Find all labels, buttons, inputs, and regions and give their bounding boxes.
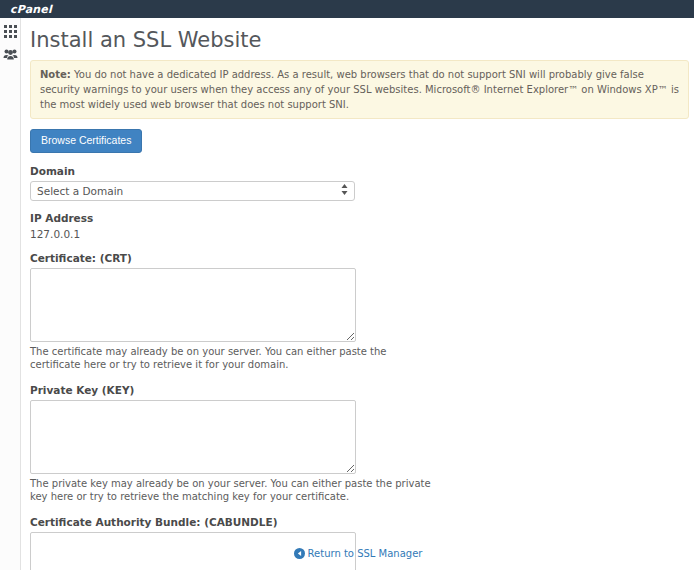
- domain-select-value: Select a Domain: [37, 185, 123, 197]
- apps-grid-icon[interactable]: [3, 24, 18, 39]
- notice-label: Note:: [40, 69, 71, 80]
- certificate-help-text: The certificate may already be on your s…: [30, 345, 438, 372]
- private-key-label: Private Key (KEY): [30, 384, 689, 396]
- browse-certificates-button[interactable]: Browse Certificates: [30, 129, 142, 153]
- back-circle-icon: [294, 548, 305, 559]
- certificate-textarea[interactable]: [30, 268, 356, 342]
- app-header: cPanel: [0, 0, 694, 18]
- cpanel-ssl-install-page: cPanel: [0, 0, 694, 570]
- return-link-label: Return to SSL Manager: [308, 548, 423, 559]
- notice-text: You do not have a dedicated IP address. …: [40, 69, 679, 110]
- private-key-help-text: The private key may already be on your s…: [30, 477, 438, 504]
- user-manager-icon[interactable]: [3, 47, 18, 62]
- page-title: Install an SSL Website: [30, 28, 689, 52]
- return-to-ssl-manager-link[interactable]: Return to SSL Manager: [294, 548, 423, 559]
- ca-bundle-label: Certificate Authority Bundle: (CABUNDLE): [30, 516, 689, 528]
- footer: Return to SSL Manager: [22, 544, 694, 563]
- cpanel-logo: cPanel: [10, 3, 52, 16]
- domain-select[interactable]: Select a Domain: [30, 181, 355, 201]
- ip-address-value: 127.0.0.1: [30, 228, 689, 240]
- sidebar: [0, 18, 21, 570]
- certificate-label: Certificate: (CRT): [30, 252, 689, 264]
- sni-warning-notice: Note: You do not have a dedicated IP add…: [30, 60, 689, 119]
- select-stepper-icon: [341, 184, 348, 197]
- ip-address-label: IP Address: [30, 212, 689, 224]
- domain-label: Domain: [30, 165, 689, 177]
- main-content: Install an SSL Website Note: You do not …: [22, 18, 694, 570]
- private-key-textarea[interactable]: [30, 400, 356, 474]
